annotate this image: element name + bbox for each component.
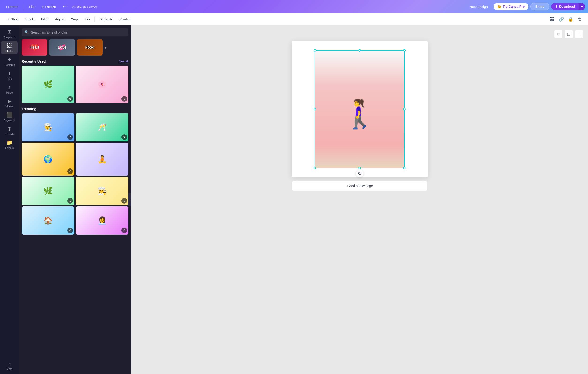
filter-button[interactable]: Filter — [38, 16, 51, 22]
search-icon: 🔍 — [24, 30, 29, 34]
duplicate-button[interactable]: Duplicate — [97, 16, 116, 22]
photos-panel: 🔍 ❤️ Heart 💕 Love 🍽 Food › Recently Used… — [19, 25, 131, 374]
category-chip-love[interactable]: 💕 Love — [49, 39, 75, 55]
trending-badge-5: £ — [67, 198, 73, 204]
trending-photo-5[interactable]: 🌿 £ — [21, 177, 74, 205]
link-icon[interactable]: 🔗 — [557, 15, 566, 23]
trending-photo-1[interactable]: 👨‍🍳 £ — [21, 113, 74, 141]
trending-photo-6[interactable]: 🧑‍🍳 £ — [76, 177, 128, 205]
sidebar-item-uploads[interactable]: ⬆ Uploads — [1, 124, 18, 137]
recently-used-grid: 🌿 ♛ 🌸 £ — [21, 66, 128, 103]
sidebar-item-music[interactable]: ♪ Music — [1, 83, 18, 96]
handle-top-middle[interactable] — [358, 49, 361, 52]
handle-middle-right[interactable] — [403, 108, 406, 110]
videos-icon: ▶ — [8, 98, 11, 104]
trending-photo-8[interactable]: 👩‍💼 £ — [76, 207, 128, 235]
trending-badge-3: £ — [67, 168, 73, 174]
recent-photo-2[interactable]: 🌸 £ — [76, 66, 128, 103]
more-icon: ··· — [7, 361, 11, 367]
canvas-controls: ⧉ ❐ + — [136, 30, 583, 38]
hide-panel-button[interactable]: ‹ — [128, 193, 131, 206]
elements-icon: ✦ — [7, 57, 11, 63]
pro-badge-1: ♛ — [67, 96, 73, 102]
pro-badge-2: £ — [121, 96, 127, 102]
category-row: ❤️ Heart 💕 Love 🍽 Food › — [21, 39, 128, 55]
home-button[interactable]: ‹ Home — [3, 3, 20, 10]
secondary-toolbar: ✦ Style Effects Filter Adjust Crop Flip … — [0, 13, 588, 25]
recently-used-header: Recently Used See all — [21, 59, 128, 63]
undo-button[interactable]: ↩ — [61, 3, 68, 10]
handle-bottom-right[interactable] — [403, 167, 406, 169]
sidebar-item-photos[interactable]: 🖼 Photos — [1, 41, 18, 54]
canvas-area: ⧉ ❐ + 🚶‍♀️ ↻ + Add — [131, 25, 588, 374]
download-caret-button[interactable]: ▾ — [579, 3, 585, 10]
download-button[interactable]: ⬇ Download — [551, 3, 579, 10]
music-icon: ♪ — [8, 84, 11, 91]
sidebar-item-background[interactable]: ⬛ Bkground — [1, 110, 18, 124]
canvas-image: 🚶‍♀️ — [315, 51, 404, 168]
position-button[interactable]: Position — [117, 16, 134, 22]
category-label-food: Food — [77, 39, 103, 55]
trending-header: Trending — [21, 107, 128, 111]
page-duplicate-button[interactable]: ❐ — [565, 30, 573, 38]
topbar: ‹ Home File ⊡ Resize ↩ All changes saved… — [0, 0, 588, 13]
flip-button[interactable]: Flip — [82, 16, 93, 22]
save-status: All changes saved — [72, 5, 464, 9]
new-design-button[interactable]: New design — [466, 3, 492, 10]
sidebar-item-text[interactable]: T Text — [1, 69, 18, 82]
lock-icon[interactable]: 🔒 — [567, 15, 575, 23]
handle-middle-left[interactable] — [314, 108, 316, 110]
try-pro-button[interactable]: 👑 Try Canva Pro — [494, 3, 528, 10]
text-icon: T — [8, 71, 11, 77]
trending-badge-6: £ — [121, 198, 127, 204]
recent-photo-1[interactable]: 🌿 ♛ — [21, 66, 74, 103]
rotate-handle[interactable]: ↻ — [356, 170, 363, 177]
toolbar-right-icons: 🔗 🔒 🗑 — [548, 15, 584, 23]
handle-top-right[interactable] — [403, 49, 406, 52]
trending-grid: 👨‍🍳 £ 🥂 ♛ 🌍 £ 🧘 🌿 £ 🧑‍🍳 £ — [21, 113, 128, 235]
trending-badge-8: £ — [121, 228, 127, 233]
selected-image-container[interactable]: 🚶‍♀️ ↻ — [315, 51, 404, 168]
trending-badge-2: ♛ — [121, 134, 127, 140]
background-icon: ⬛ — [6, 112, 13, 118]
divider-1 — [23, 3, 23, 10]
share-button[interactable]: Share — [530, 3, 549, 10]
see-all-button[interactable]: See all — [119, 60, 128, 63]
page-copy-button[interactable]: ⧉ — [554, 30, 563, 38]
sidebar-item-elements[interactable]: ✦ Elements — [1, 55, 18, 68]
handle-bottom-left[interactable] — [314, 167, 316, 169]
trending-badge-1: £ — [67, 134, 73, 140]
trash-icon[interactable]: 🗑 — [576, 15, 584, 23]
chevron-right-icon[interactable]: › — [105, 45, 106, 50]
category-label-heart: Heart — [21, 39, 47, 55]
search-input[interactable] — [31, 31, 126, 34]
handle-bottom-middle[interactable] — [358, 167, 361, 169]
category-chip-food[interactable]: 🍽 Food — [77, 39, 103, 55]
download-group: ⬇ Download ▾ — [551, 3, 585, 10]
sidebar-item-folders[interactable]: 📁 Folders — [1, 138, 18, 151]
trending-photo-3[interactable]: 🌍 £ — [21, 143, 74, 176]
category-chip-heart[interactable]: ❤️ Heart — [21, 39, 47, 55]
add-page-button[interactable]: + Add a new page — [292, 181, 428, 191]
sidebar-item-more[interactable]: ··· More — [1, 359, 18, 372]
templates-icon: ⊞ — [7, 29, 11, 35]
sidebar-item-videos[interactable]: ▶ Videos — [1, 96, 18, 110]
trending-photo-4[interactable]: 🧘 — [76, 143, 128, 176]
resize-button[interactable]: ⊡ Resize — [39, 3, 59, 10]
canvas-page: 🚶‍♀️ ↻ — [292, 41, 428, 177]
color-grid-icon[interactable] — [548, 15, 556, 23]
crop-button[interactable]: Crop — [68, 16, 81, 22]
style-button[interactable]: ✦ Style — [4, 15, 21, 23]
page-add-button[interactable]: + — [575, 30, 583, 38]
uploads-icon: ⬆ — [7, 126, 11, 132]
trending-photo-2[interactable]: 🥂 ♛ — [76, 113, 128, 141]
crown-icon: 👑 — [497, 5, 501, 9]
effects-button[interactable]: Effects — [22, 16, 38, 22]
sidebar: ⊞ Templates 🖼 Photos ✦ Elements T Text ♪… — [0, 25, 19, 374]
file-button[interactable]: File — [26, 3, 37, 10]
adjust-button[interactable]: Adjust — [52, 16, 67, 22]
handle-top-left[interactable] — [314, 49, 316, 52]
trending-photo-7[interactable]: 🏠 £ — [21, 207, 74, 235]
sidebar-item-templates[interactable]: ⊞ Templates — [1, 27, 18, 41]
recently-used-title: Recently Used — [21, 59, 46, 63]
